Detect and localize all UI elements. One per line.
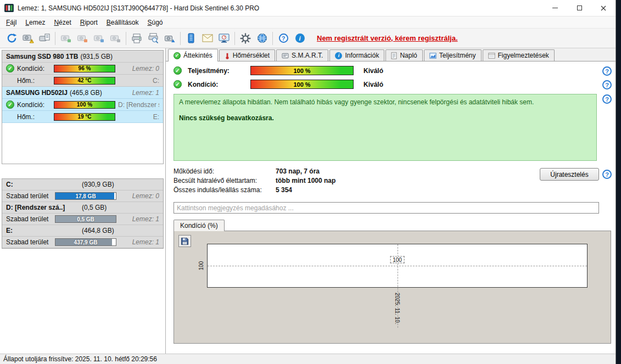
free-space-label: Szabad terület	[6, 215, 52, 223]
settings-button[interactable]	[237, 31, 254, 46]
tab-informaciok[interactable]: Információk	[329, 49, 384, 61]
help-icon[interactable]	[602, 80, 612, 89]
status-bar-text: Állapot utoljára frissítve: 2025. 11. 10…	[3, 355, 157, 363]
drive-letters: C:	[118, 77, 159, 85]
printer-icon	[131, 33, 142, 43]
minimize-icon	[552, 8, 558, 8]
menu-riport[interactable]: Riport	[76, 17, 102, 28]
partition-entry-c[interactable]: C: (930,9 GB) Szabad terület 17,8 GB Lem…	[2, 179, 163, 202]
partition-header[interactable]: C: (930,9 GB)	[2, 179, 163, 191]
tab-smart[interactable]: S.M.A.R.T.	[276, 49, 328, 61]
smart-attributes-icon	[282, 53, 289, 59]
health-bar: 100 %	[250, 80, 354, 89]
print-button[interactable]	[128, 31, 145, 46]
disk-list: Samsung SSD 980 1TB (931,5 GB) Kondíció:…	[2, 50, 164, 164]
online-button[interactable]	[254, 31, 270, 46]
health-row: Kondíció: 100 % Kiváló	[166, 80, 616, 89]
disk-header[interactable]: Samsung SSD 980 1TB (931,5 GB)	[2, 51, 163, 63]
free-space-value: 0,5 GB	[55, 216, 116, 222]
tab-label: Hőmérséklet	[233, 52, 270, 59]
disk-size: (465,8 GB)	[70, 89, 102, 97]
temperature-label: Hőm.:	[17, 113, 51, 121]
temperature-bar: 42 °C	[54, 77, 115, 85]
tab-figyelmeztetesek[interactable]: Figyelmeztetések	[483, 49, 555, 61]
maximize-button[interactable]	[567, 0, 591, 16]
info-button[interactable]	[292, 31, 308, 46]
retest-button[interactable]: Újratesztelés	[540, 168, 599, 181]
comment-input[interactable]	[174, 202, 599, 214]
close-icon	[601, 5, 606, 11]
toolbar: Nem regisztrált verzió, kérem regisztrál…	[0, 29, 616, 48]
partition-header[interactable]: E: (464,8 GB)	[2, 225, 163, 237]
stat-value: 5 354	[276, 186, 292, 194]
title-bar[interactable]: Lemez: 1, SAMSUNG HD502IJ [S13TJ90Q64477…	[0, 0, 616, 16]
tab-attekintes[interactable]: Áttekintés	[168, 49, 218, 61]
app-icon[interactable]	[4, 4, 14, 12]
print-preview-button[interactable]	[145, 31, 161, 46]
globe-icon	[257, 33, 267, 43]
refresh-button[interactable]	[3, 31, 20, 46]
status-bar: Állapot utoljára frissítve: 2025. 11. 10…	[0, 354, 616, 364]
export-button[interactable]	[161, 31, 178, 46]
partition-name: C:	[6, 181, 82, 188]
menu-lemez[interactable]: Lemez	[21, 17, 49, 28]
register-notice-link[interactable]: Nem regisztrált verzió, kérem regisztrál…	[317, 34, 458, 42]
disk-entry-ssd980[interactable]: Samsung SSD 980 1TB (931,5 GB) Kondíció:…	[2, 51, 163, 87]
health-label: Kondíció:	[17, 65, 51, 72]
health-history-chart: 100 100 2025. 11. 10.	[174, 231, 611, 344]
disk-test-3-button[interactable]	[91, 31, 107, 46]
toolbar-separator	[234, 32, 235, 45]
tab-label: Teljesítmény	[439, 52, 476, 59]
partition-size: (0,5 GB)	[82, 204, 107, 211]
menu-nezet[interactable]: Nézet	[49, 17, 75, 28]
disk-number: Lemez: 0	[119, 192, 159, 200]
chart-plot-area: 100 100 2025. 11. 10.	[207, 244, 588, 288]
partition-entry-d[interactable]: D: [Rendszer szá..] (0,5 GB) Szabad terü…	[2, 202, 163, 225]
disk-test-4-button[interactable]	[107, 31, 124, 46]
menu-fajl[interactable]: Fájl	[2, 17, 21, 28]
tab-label: Áttekintés	[183, 52, 212, 59]
temperature-icon	[187, 33, 195, 43]
tab-homerseklet[interactable]: Hőmérséklet	[219, 49, 275, 61]
temperature-button[interactable]	[183, 31, 199, 46]
report-button[interactable]	[36, 31, 53, 46]
save-chart-button[interactable]	[178, 235, 191, 247]
tab-naplo[interactable]: Napló	[385, 49, 422, 61]
email-button[interactable]	[199, 31, 216, 46]
partition-header[interactable]: D: [Rendszer szá..] (0,5 GB)	[2, 202, 163, 214]
free-space-label: Szabad terület	[6, 238, 52, 246]
menu-sugo[interactable]: Súgó	[143, 17, 167, 28]
temperature-row: Hőm.: 42 °C C:	[2, 75, 163, 87]
hard-disk-sentinel-window: Lemez: 1, SAMSUNG HD502IJ [S13TJ90Q64477…	[0, 0, 621, 364]
status-advice: Nincs szükség beavatkozásra.	[179, 114, 591, 122]
disk-entry-hd502ij[interactable]: SAMSUNG HD502IJ (465,8 GB) Lemez: 1 Kond…	[2, 87, 163, 123]
disk-analyse-button[interactable]	[20, 31, 36, 46]
disk-test-1-button[interactable]	[58, 31, 74, 46]
free-space-row: Szabad terület 437,9 GB Lemez: 1	[2, 237, 163, 248]
main-body: Samsung SSD 980 1TB (931,5 GB) Kondíció:…	[0, 48, 616, 354]
help-button[interactable]	[275, 31, 292, 46]
tab-teljesitmeny[interactable]: Teljesítmény	[424, 49, 482, 61]
remote-monitor-button[interactable]	[216, 31, 232, 46]
stat-label: Összes indulás/leállás száma:	[174, 186, 276, 195]
help-icon[interactable]	[602, 170, 612, 179]
help-icon[interactable]	[602, 94, 612, 104]
tab-label: Napló	[400, 52, 417, 59]
health-ok-icon	[6, 64, 14, 72]
remote-monitor-icon	[219, 33, 230, 43]
help-icon	[279, 33, 288, 43]
chart-tab-kondicio[interactable]: Kondíció (%)	[174, 220, 225, 231]
disk-test-4-icon	[110, 34, 121, 43]
disk-test-2-button[interactable]	[74, 31, 91, 46]
status-text: A merevlemez állapota hibátlan. Nem talá…	[179, 98, 591, 106]
free-space-bar: 0,5 GB	[55, 215, 116, 223]
close-button[interactable]	[591, 0, 616, 16]
minimize-button[interactable]	[543, 0, 567, 16]
free-space-row: Szabad terület 17,8 GB Lemez: 0	[2, 191, 163, 202]
help-icon[interactable]	[602, 66, 612, 76]
disk-header[interactable]: SAMSUNG HD502IJ (465,8 GB) Lemez: 1	[2, 87, 163, 99]
menu-beallitasok[interactable]: Beállítások	[102, 17, 143, 28]
y-axis-tick: 100	[198, 261, 204, 271]
partition-entry-e[interactable]: E: (464,8 GB) Szabad terület 437,9 GB Le…	[2, 225, 163, 248]
performance-label: Teljesítmény:	[188, 67, 247, 75]
